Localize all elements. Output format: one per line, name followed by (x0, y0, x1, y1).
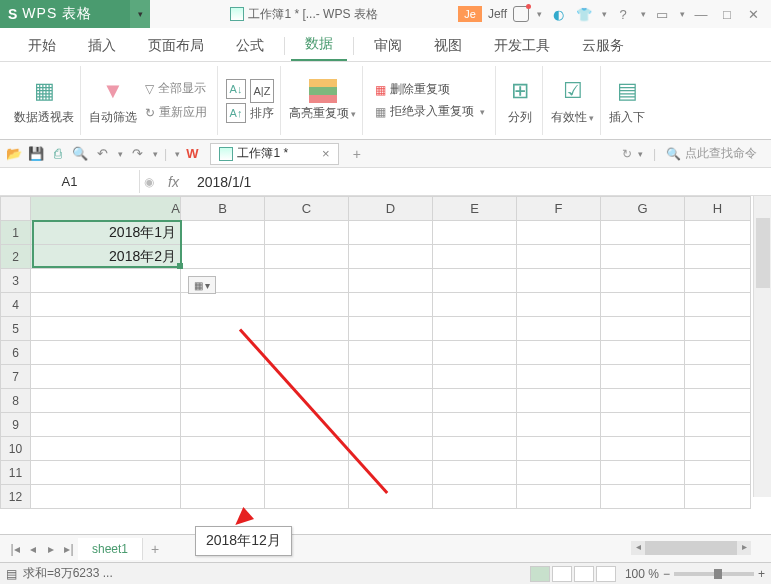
pivot-button[interactable]: ▦ 数据透视表 (8, 66, 81, 135)
highlight-dup-button[interactable]: 高亮重复项▾ (283, 66, 363, 135)
row-header[interactable]: 7 (1, 365, 31, 389)
add-sheet-button[interactable]: + (143, 541, 167, 557)
row-header[interactable]: 11 (1, 461, 31, 485)
insert-button[interactable]: ▤ 插入下 (603, 66, 651, 135)
col-header-E[interactable]: E (433, 197, 517, 221)
tab-insert[interactable]: 插入 (74, 29, 130, 61)
split-button[interactable]: ⊞ 分列 (498, 66, 543, 135)
sheet-tab[interactable]: sheet1 (78, 538, 143, 560)
spreadsheet-grid[interactable]: A B C D E F G H 12018年1月 22018年2月 3 4 5 … (0, 196, 751, 509)
reject-dup-button[interactable]: ▦拒绝录入重复项▾ (371, 101, 489, 123)
col-header-A[interactable]: A (31, 197, 181, 221)
fill-tooltip: 2018年12月 (195, 526, 292, 556)
minimize-button[interactable]: — (691, 6, 711, 22)
user-badge[interactable]: Je (458, 6, 482, 22)
col-header-D[interactable]: D (349, 197, 433, 221)
zoom-in-button[interactable]: + (758, 567, 765, 581)
validity-button[interactable]: ☑ 有效性▾ (545, 66, 601, 135)
ribbon: ▦ 数据透视表 ▼ 自动筛选 ▽全部显示 ↻重新应用 A↓ A↑ A|Z 排序 … (0, 62, 771, 140)
tab-cloud[interactable]: 云服务 (568, 29, 638, 61)
redo-icon[interactable]: ↷ (129, 146, 145, 162)
sheet-icon (219, 147, 233, 161)
doc-map-icon[interactable]: ▤ (6, 567, 17, 581)
tab-review[interactable]: 审阅 (360, 29, 416, 61)
col-header-C[interactable]: C (265, 197, 349, 221)
row-header[interactable]: 8 (1, 389, 31, 413)
view-normal-button[interactable] (530, 566, 550, 582)
tab-start[interactable]: 开始 (14, 29, 70, 61)
fx-icon[interactable]: fx (158, 174, 189, 190)
horizontal-scrollbar[interactable]: ◂▸ (631, 541, 751, 555)
save-icon[interactable]: 💾 (28, 146, 44, 162)
tab-view[interactable]: 视图 (420, 29, 476, 61)
new-doc-button[interactable]: + (345, 146, 369, 162)
select-all-corner[interactable] (1, 197, 31, 221)
tab-layout[interactable]: 页面布局 (134, 29, 218, 61)
document-title: 工作簿1 * [...- WPS 表格 (150, 6, 458, 23)
quick-access-bar: 📂 💾 ⎙ 🔍 ↶▾ ↷▾ |▾ W 工作簿1 * × + ↻▾ | 🔍 点此查… (0, 140, 771, 168)
col-header-B[interactable]: B (181, 197, 265, 221)
maximize-button[interactable]: □ (717, 6, 737, 22)
sheet-nav-last[interactable]: ▸| (60, 542, 78, 556)
restore-small-icon[interactable]: ▭ (652, 6, 672, 22)
cell[interactable]: 2018年1月 (31, 221, 181, 245)
row-header[interactable]: 12 (1, 485, 31, 509)
doc-close-icon[interactable]: × (322, 146, 330, 161)
row-header[interactable]: 10 (1, 437, 31, 461)
zoom-slider[interactable] (674, 572, 754, 576)
col-header-H[interactable]: H (685, 197, 751, 221)
showall-button[interactable]: ▽全部显示 (141, 78, 211, 100)
autofilter-button[interactable]: ▼ 自动筛选 (89, 75, 137, 126)
cart-icon[interactable] (513, 6, 529, 22)
app-menu-dropdown[interactable]: ▾ (130, 0, 150, 28)
sheet-nav-prev[interactable]: ◂ (24, 542, 42, 556)
command-search[interactable]: ↻▾ | 🔍 点此查找命令 (622, 145, 765, 162)
sort-desc-button[interactable]: A↑ (226, 103, 246, 123)
reapply-button[interactable]: ↻重新应用 (141, 102, 211, 124)
close-button[interactable]: ✕ (743, 6, 763, 22)
sort-button[interactable]: A|Z 排序 (250, 79, 274, 122)
col-header-G[interactable]: G (601, 197, 685, 221)
zoom-out-button[interactable]: − (663, 567, 670, 581)
cell[interactable]: 2018年2月 (31, 245, 181, 269)
view-break-button[interactable] (574, 566, 594, 582)
undo-icon[interactable]: ↶ (94, 146, 110, 162)
row-header[interactable]: 1 (1, 221, 31, 245)
sheet-tab-bar: |◂ ◂ ▸ ▸| sheet1 + 2018年12月 ◂▸ (0, 534, 771, 562)
vertical-scrollbar[interactable] (753, 196, 771, 497)
funnel-icon: ▼ (97, 75, 129, 107)
row-header[interactable]: 5 (1, 317, 31, 341)
row-header[interactable]: 2 (1, 245, 31, 269)
remove-dup-button[interactable]: ▦删除重复项 (371, 79, 454, 101)
sheet-nav-next[interactable]: ▸ (42, 542, 60, 556)
print-icon[interactable]: ⎙ (50, 146, 66, 162)
tab-dev[interactable]: 开发工具 (480, 29, 564, 61)
wps-logo-icon[interactable]: W (186, 146, 198, 161)
sheet-icon (230, 7, 244, 21)
refresh-icon: ↻ (145, 106, 155, 120)
status-bar: ▤ 求和=8万6233 ... 100 % − + (0, 562, 771, 584)
app-logo[interactable]: S WPS 表格 (0, 0, 130, 28)
formula-input[interactable]: 2018/1/1 (189, 174, 260, 190)
row-header[interactable]: 9 (1, 413, 31, 437)
view-page-button[interactable] (552, 566, 572, 582)
tab-formula[interactable]: 公式 (222, 29, 278, 61)
row-header[interactable]: 3 (1, 269, 31, 293)
sheet-nav-first[interactable]: |◂ (6, 542, 24, 556)
open-icon[interactable]: 📂 (6, 146, 22, 162)
status-sum: 求和=8万6233 ... (23, 565, 113, 582)
tab-data[interactable]: 数据 (291, 27, 347, 61)
color-icon[interactable]: ◐ (548, 6, 568, 22)
shirt-icon[interactable]: 👕 (574, 6, 594, 22)
row-header[interactable]: 6 (1, 341, 31, 365)
view-read-button[interactable] (596, 566, 616, 582)
autofill-options-button[interactable]: ▦ ▾ (188, 276, 216, 294)
document-tab[interactable]: 工作簿1 * × (210, 143, 338, 165)
row-header[interactable]: 4 (1, 293, 31, 317)
sort-asc-button[interactable]: A↓ (226, 79, 246, 99)
zoom-level[interactable]: 100 % (625, 567, 659, 581)
help-icon[interactable]: ? (613, 6, 633, 22)
col-header-F[interactable]: F (517, 197, 601, 221)
name-box[interactable]: A1 (0, 170, 140, 193)
preview-icon[interactable]: 🔍 (72, 146, 88, 162)
